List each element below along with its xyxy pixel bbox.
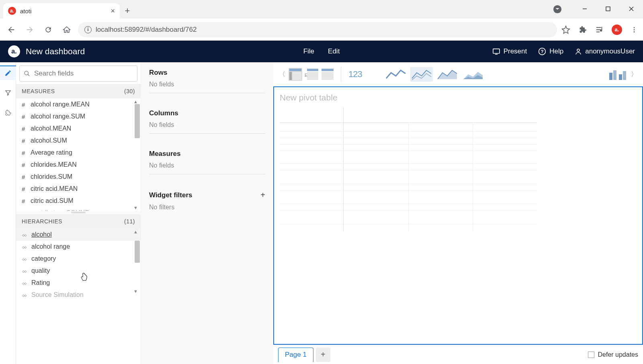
hash-icon: #: [22, 149, 27, 156]
hash-icon: #: [22, 101, 27, 108]
new-tab-button[interactable]: +: [120, 3, 135, 18]
present-button[interactable]: Present: [492, 47, 527, 55]
measure-item[interactable]: #alcohol range.MEAN: [16, 98, 141, 110]
browser-tab[interactable]: a. atoti ×: [3, 3, 120, 18]
window-minimize-button[interactable]: [573, 0, 596, 18]
user-menu[interactable]: anonymousUser: [575, 47, 635, 55]
config-panel: Rows No fields Columns No fields Measure…: [141, 62, 273, 364]
hierarchy-item[interactable]: ⬦⬦category: [16, 253, 141, 265]
window-controls: [573, 0, 643, 18]
hierarchy-item[interactable]: ⬦⬦alcohol range: [16, 241, 141, 253]
measure-item[interactable]: #citric acid.SUM: [16, 195, 141, 207]
measure-item[interactable]: #alcohol range.SUM: [16, 110, 141, 123]
widget-pivot-table-icon[interactable]: [289, 68, 302, 81]
profile-icon[interactable]: [548, 0, 567, 18]
url-text: localhost:58992/#/dashboard/762: [96, 26, 197, 34]
toolbar-next-icon[interactable]: 〉: [630, 70, 638, 79]
app-header: a. New dashboard File Edit Present ? Hel…: [0, 41, 643, 62]
hierarchy-icon: ⬦⬦: [22, 292, 27, 298]
add-page-button[interactable]: +: [316, 348, 330, 362]
toolbar-prev-icon[interactable]: 〈: [278, 70, 286, 79]
app-menu: File Edit: [303, 47, 340, 55]
url-box[interactable]: i localhost:58992/#/dashboard/762: [78, 22, 557, 37]
hierarchy-icon: ⬦⬦: [22, 280, 27, 286]
back-button[interactable]: [4, 22, 18, 37]
tab-close-icon[interactable]: ×: [111, 7, 115, 15]
atoti-extension-icon[interactable]: a.: [612, 25, 622, 35]
widget-multiline-chart-icon[interactable]: [410, 66, 434, 82]
measures-header[interactable]: MEASURES (30): [16, 84, 141, 98]
defer-updates-checkbox[interactable]: Defer updates: [588, 351, 638, 358]
svg-rect-18: [307, 69, 318, 71]
media-icon[interactable]: [595, 25, 604, 35]
pivot-table-widget[interactable]: New pivot table: [273, 86, 643, 345]
search-placeholder: Search fields: [34, 70, 74, 78]
help-button[interactable]: ? Help: [538, 47, 563, 55]
measure-item[interactable]: #chlorides.MEAN: [16, 159, 141, 171]
hierarchy-item[interactable]: ⬦⬦Source Simulation: [16, 289, 141, 301]
left-rail: [0, 62, 16, 364]
widget-table-icon[interactable]: [321, 68, 334, 81]
hierarchy-item[interactable]: ⬦⬦quality: [16, 265, 141, 277]
home-button[interactable]: [59, 22, 74, 37]
measure-item[interactable]: #Average rating: [16, 147, 141, 159]
hash-icon: #: [22, 174, 27, 180]
svg-rect-19: [307, 72, 318, 80]
widget-area-chart-icon[interactable]: [435, 66, 459, 82]
scroll-down-icon[interactable]: ▼: [133, 205, 140, 210]
search-fields-input[interactable]: Search fields: [19, 65, 137, 82]
hierarchy-item-alcohol[interactable]: ⬦⬦alcohol: [16, 229, 141, 241]
add-filter-button[interactable]: +: [260, 190, 265, 200]
forward-button[interactable]: [23, 22, 37, 37]
window-close-button[interactable]: [620, 0, 643, 18]
menu-edit[interactable]: Edit: [328, 47, 340, 55]
widget-bar-chart-icon[interactable]: [607, 66, 628, 82]
svg-rect-16: [289, 72, 292, 80]
rail-filter-icon[interactable]: [0, 86, 16, 100]
measure-item[interactable]: #alcohol.SUM: [16, 135, 141, 147]
scroll-thumb[interactable]: [135, 241, 140, 263]
fields-panel: Search fields MEASURES (30) #alcohol ran…: [16, 62, 141, 364]
measure-item[interactable]: #chlorides.SUM: [16, 171, 141, 183]
widget-stacked-area-icon[interactable]: [461, 66, 485, 82]
checkbox-icon[interactable]: [588, 352, 594, 358]
browser-menu-icon[interactable]: [629, 25, 639, 35]
hierarchy-icon: ⬦⬦: [22, 256, 27, 262]
widget-line-chart-icon[interactable]: [384, 66, 408, 82]
measure-item[interactable]: #citric acid.MEAN: [16, 183, 141, 195]
pivot-grid: [280, 107, 537, 231]
menu-file[interactable]: File: [303, 47, 314, 55]
svg-rect-21: [322, 69, 334, 71]
svg-rect-30: [623, 71, 626, 80]
svg-point-6: [634, 29, 635, 30]
widget-tree-table-icon[interactable]: E: [304, 68, 319, 81]
scroll-thumb[interactable]: [135, 104, 140, 138]
scroll-down-icon[interactable]: ▼: [133, 289, 140, 294]
pivot-title[interactable]: New pivot table: [280, 93, 637, 102]
measures-list: #alcohol range.MEAN #alcohol range.SUM #…: [16, 98, 141, 211]
tab-bar: a. atoti × +: [0, 0, 643, 18]
dashboard-title[interactable]: New dashboard: [26, 47, 85, 56]
site-info-icon[interactable]: i: [84, 26, 92, 33]
page-tab-1[interactable]: Page 1: [278, 348, 313, 362]
measure-item[interactable]: #alcohol.MEAN: [16, 123, 141, 135]
widget-filters-section: Widget filters + No filters: [149, 190, 265, 216]
extensions-icon[interactable]: [578, 25, 588, 35]
svg-point-13: [25, 71, 28, 75]
svg-text:?: ?: [541, 49, 544, 54]
rail-puzzle-icon[interactable]: [0, 106, 16, 120]
bookmark-icon[interactable]: [561, 25, 571, 35]
scroll-up-icon[interactable]: ▲: [133, 99, 140, 104]
widget-kpi-icon[interactable]: 123: [348, 68, 363, 80]
rail-edit-icon[interactable]: [0, 65, 16, 80]
hierarchies-header[interactable]: HIERARCHIES (11): [16, 214, 141, 229]
hierarchy-icon: ⬦⬦: [22, 243, 27, 250]
app-logo[interactable]: a.: [8, 45, 20, 57]
reload-button[interactable]: [41, 22, 55, 37]
window-maximize-button[interactable]: [596, 0, 620, 18]
scroll-up-icon[interactable]: ▲: [133, 229, 140, 234]
measure-item[interactable]: #contributors.COUNT: [16, 207, 141, 211]
hierarchy-item[interactable]: ⬦⬦Rating: [16, 277, 141, 289]
splitter-handle[interactable]: [71, 212, 86, 213]
columns-section: Columns No fields: [149, 109, 265, 134]
